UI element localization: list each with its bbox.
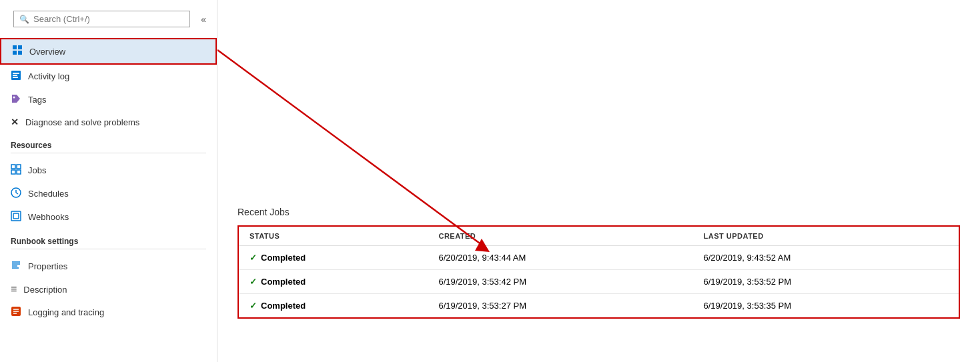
runbook-settings-divider xyxy=(11,249,206,249)
recent-jobs-title: Recent Jobs xyxy=(237,207,960,217)
sidebar: 🔍 « Overview Activity log xyxy=(0,0,217,362)
sidebar-item-label-overview: Overview xyxy=(29,47,65,57)
created-cell: 6/19/2019, 3:53:42 PM xyxy=(428,270,692,294)
status-cell: ✓Completed xyxy=(238,270,428,294)
sidebar-item-webhooks[interactable]: Webhooks xyxy=(0,205,217,229)
table-row[interactable]: ✓Completed6/19/2019, 3:53:42 PM6/19/2019… xyxy=(238,270,959,294)
sidebar-item-label-jobs: Jobs xyxy=(28,165,46,175)
svg-rect-2 xyxy=(13,51,17,55)
jobs-table: STATUS CREATED LAST UPDATED ✓Completed6/… xyxy=(237,225,960,319)
sidebar-item-label-logging: Logging and tracing xyxy=(28,307,104,317)
status-cell: ✓Completed xyxy=(238,294,428,319)
last-updated-cell: 6/20/2019, 9:43:52 AM xyxy=(693,246,960,270)
main-content: Recent Jobs STATUS CREATED LAST UPDATED … xyxy=(217,0,980,362)
search-icon: 🔍 xyxy=(19,15,29,24)
description-icon: ≡ xyxy=(11,283,17,295)
sidebar-item-logging[interactable]: Logging and tracing xyxy=(0,301,217,324)
resources-divider xyxy=(11,153,206,153)
collapse-sidebar-button[interactable]: « xyxy=(197,11,210,27)
sidebar-item-label-description: Description xyxy=(23,285,67,295)
svg-rect-3 xyxy=(18,51,22,55)
sidebar-item-overview[interactable]: Overview xyxy=(0,38,217,65)
diagnose-icon: ✕ xyxy=(11,117,19,127)
jobs-icon xyxy=(11,164,21,177)
last-updated-cell: 6/19/2019, 3:53:35 PM xyxy=(693,294,960,319)
activity-log-icon xyxy=(11,70,21,83)
svg-rect-0 xyxy=(13,45,17,49)
schedules-icon xyxy=(11,187,21,200)
runbook-settings-section-header: Runbook settings xyxy=(0,229,217,249)
properties-icon xyxy=(11,260,21,273)
col-last-updated: LAST UPDATED xyxy=(693,226,960,246)
tags-icon xyxy=(11,93,21,106)
recent-jobs-section: Recent Jobs STATUS CREATED LAST UPDATED … xyxy=(237,207,960,319)
sidebar-item-tags[interactable]: Tags xyxy=(0,88,217,111)
sidebar-item-label-properties: Properties xyxy=(28,261,67,271)
sidebar-item-diagnose[interactable]: ✕ Diagnose and solve problems xyxy=(0,111,217,133)
col-created: CREATED xyxy=(428,226,692,246)
table-header-row: STATUS CREATED LAST UPDATED xyxy=(238,226,959,246)
last-updated-cell: 6/19/2019, 3:53:52 PM xyxy=(693,270,960,294)
overview-icon xyxy=(12,45,23,58)
status-cell: ✓Completed xyxy=(238,246,428,270)
search-box: 🔍 xyxy=(13,11,190,27)
search-row: 🔍 « xyxy=(7,5,210,33)
sidebar-item-label-tags: Tags xyxy=(28,95,46,105)
sidebar-item-properties[interactable]: Properties xyxy=(0,255,217,278)
svg-rect-9 xyxy=(11,165,15,169)
sidebar-item-jobs[interactable]: Jobs xyxy=(0,159,217,182)
svg-rect-7 xyxy=(13,77,18,78)
svg-rect-17 xyxy=(13,213,19,219)
table-row[interactable]: ✓Completed6/19/2019, 3:53:27 PM6/19/2019… xyxy=(238,294,959,319)
svg-rect-11 xyxy=(11,170,15,174)
resources-section-header: Resources xyxy=(0,133,217,153)
svg-point-8 xyxy=(13,97,15,99)
created-cell: 6/20/2019, 9:43:44 AM xyxy=(428,246,692,270)
sidebar-item-description[interactable]: ≡ Description xyxy=(0,278,217,301)
svg-rect-5 xyxy=(13,73,19,74)
search-input[interactable] xyxy=(33,14,184,24)
svg-rect-6 xyxy=(13,75,17,76)
sidebar-item-label-schedules: Schedules xyxy=(28,189,69,199)
logging-icon xyxy=(11,306,21,319)
table-row[interactable]: ✓Completed6/20/2019, 9:43:44 AM6/20/2019… xyxy=(238,246,959,270)
sidebar-item-schedules[interactable]: Schedules xyxy=(0,182,217,205)
svg-rect-1 xyxy=(18,45,22,49)
sidebar-item-activity-log[interactable]: Activity log xyxy=(0,65,217,88)
svg-line-15 xyxy=(16,193,18,194)
jobs-table-header: STATUS CREATED LAST UPDATED xyxy=(238,226,959,246)
sidebar-item-label-webhooks: Webhooks xyxy=(28,212,69,222)
svg-rect-12 xyxy=(17,170,21,174)
sidebar-item-label-activity-log: Activity log xyxy=(28,71,69,81)
svg-rect-16 xyxy=(11,211,21,221)
col-status: STATUS xyxy=(238,226,428,246)
sidebar-item-label-diagnose: Diagnose and solve problems xyxy=(25,117,139,127)
jobs-table-body: ✓Completed6/20/2019, 9:43:44 AM6/20/2019… xyxy=(238,246,959,319)
webhooks-icon xyxy=(11,211,21,223)
created-cell: 6/19/2019, 3:53:27 PM xyxy=(428,294,692,319)
svg-rect-10 xyxy=(17,165,21,169)
